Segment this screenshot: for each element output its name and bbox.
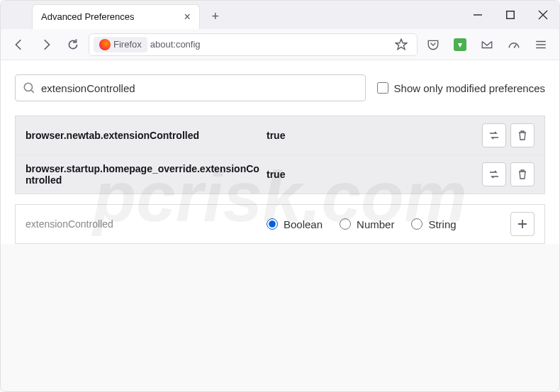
search-icon	[23, 82, 35, 94]
add-pref-row: extensionControlled Boolean Number Strin…	[15, 204, 545, 244]
show-modified-toggle[interactable]: Show only modified preferences	[377, 82, 545, 94]
browser-tab[interactable]: Advanced Preferences ×	[32, 4, 200, 29]
search-row: Show only modified preferences	[15, 74, 545, 101]
type-boolean[interactable]: Boolean	[267, 218, 323, 230]
toggle-icon	[488, 129, 500, 142]
forward-button[interactable]	[35, 33, 57, 56]
pref-actions	[510, 212, 534, 236]
svg-line-5	[31, 90, 33, 92]
pref-row[interactable]: browser.newtab.extensionControlled true	[16, 116, 544, 155]
window-controls	[461, 1, 559, 29]
add-button[interactable]	[510, 212, 534, 236]
identity-label: Firefox	[113, 39, 142, 50]
reload-icon	[67, 38, 79, 51]
pocket-icon	[427, 38, 439, 51]
pref-row: extensionControlled Boolean Number Strin…	[16, 205, 544, 243]
new-pref-name: extensionControlled	[26, 218, 259, 230]
show-modified-checkbox[interactable]	[377, 82, 388, 94]
delete-button[interactable]	[510, 123, 534, 147]
pref-actions	[482, 123, 534, 147]
toggle-icon	[488, 168, 500, 181]
firefox-icon	[99, 39, 111, 50]
hamburger-icon	[534, 38, 547, 51]
close-icon	[537, 9, 549, 21]
delete-button[interactable]	[510, 162, 534, 186]
trash-icon	[516, 168, 529, 181]
plus-icon	[516, 218, 529, 230]
pref-actions	[482, 162, 534, 186]
toolbar: Firefox about:config ▾	[1, 29, 559, 60]
pref-value: true	[267, 130, 475, 141]
arrow-left-icon	[13, 38, 26, 51]
dashboard-button[interactable]	[503, 35, 525, 55]
identity-chip[interactable]: Firefox	[94, 37, 147, 52]
trash-icon	[516, 129, 529, 142]
back-button[interactable]	[8, 33, 30, 56]
config-content: Show only modified preferences browser.n…	[1, 60, 559, 244]
close-window-button[interactable]	[527, 1, 559, 29]
pref-table: browser.newtab.extensionControlled true …	[15, 116, 545, 194]
search-input[interactable]	[41, 82, 358, 94]
address-bar[interactable]: Firefox about:config	[89, 33, 418, 56]
new-tab-button[interactable]: +	[204, 5, 227, 28]
arrow-right-icon	[40, 38, 52, 51]
maximize-button[interactable]	[494, 1, 527, 29]
pref-row[interactable]: browser.startup.homepage_override.extens…	[16, 155, 544, 194]
bookmark-button[interactable]	[390, 33, 413, 56]
type-string[interactable]: String	[411, 218, 456, 230]
minimize-icon	[471, 9, 484, 21]
extension-badge-icon: ▾	[454, 38, 466, 51]
svg-point-4	[24, 83, 32, 91]
maximize-icon	[504, 9, 517, 21]
url-text: about:config	[150, 39, 201, 50]
search-box[interactable]	[15, 74, 366, 101]
show-modified-label: Show only modified preferences	[394, 82, 545, 94]
pref-value: true	[267, 169, 475, 180]
inbox-icon	[481, 38, 493, 51]
gauge-icon	[508, 38, 520, 51]
pocket-button[interactable]	[422, 35, 444, 55]
star-icon	[395, 38, 408, 51]
extension-button[interactable]: ▾	[449, 35, 471, 55]
tab-title: Advanced Preferences	[41, 11, 135, 22]
minimize-button[interactable]	[461, 1, 494, 29]
svg-rect-1	[507, 11, 515, 19]
pref-name: browser.startup.homepage_override.extens…	[26, 163, 259, 186]
app-menu-button[interactable]	[530, 35, 552, 55]
pref-name: browser.newtab.extensionControlled	[26, 130, 259, 141]
inbox-button[interactable]	[476, 35, 498, 55]
toggle-button[interactable]	[482, 123, 506, 147]
reload-button[interactable]	[62, 33, 84, 56]
type-number[interactable]: Number	[340, 218, 394, 230]
close-tab-icon[interactable]: ×	[184, 11, 191, 23]
type-radios: Boolean Number String	[267, 218, 503, 230]
toggle-button[interactable]	[482, 162, 506, 186]
